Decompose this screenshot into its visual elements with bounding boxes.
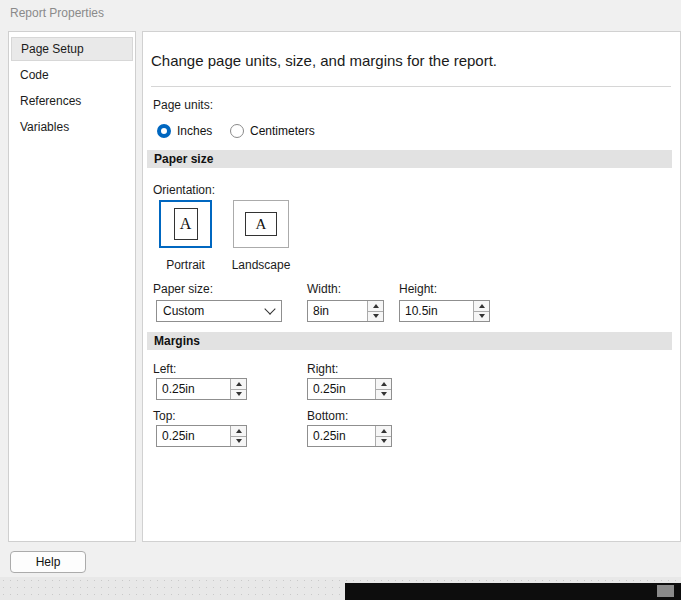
spin-buttons: [375, 426, 391, 446]
arrow-up-icon: [236, 429, 242, 433]
radio-centimeters[interactable]: Centimeters: [230, 124, 315, 138]
left-margin-input[interactable]: [157, 379, 230, 399]
background-dark-bar: [345, 583, 681, 600]
sidebar-item-page-setup[interactable]: Page Setup: [11, 37, 133, 61]
portrait-label: Portrait: [159, 258, 212, 272]
arrow-down-icon: [236, 392, 242, 396]
spin-buttons: [230, 426, 246, 446]
radio-centimeters-label: Centimeters: [250, 124, 315, 138]
right-margin-input[interactable]: [308, 379, 375, 399]
top-margin-input[interactable]: [157, 426, 230, 446]
arrow-up-icon: [373, 304, 379, 308]
spin-down-button[interactable]: [231, 437, 246, 447]
spin-up-button[interactable]: [368, 301, 383, 312]
spin-down-button[interactable]: [474, 312, 489, 322]
help-button[interactable]: Help: [10, 551, 86, 573]
header-divider: [151, 86, 671, 87]
dialog-title: Report Properties: [10, 6, 104, 20]
landscape-button[interactable]: A: [233, 200, 289, 248]
left-margin-spinner[interactable]: [156, 378, 247, 400]
sidebar-item-code[interactable]: Code: [11, 63, 133, 87]
landscape-label: Landscape: [231, 258, 291, 272]
spin-buttons: [367, 301, 383, 321]
paper-size-dropdown[interactable]: Custom: [156, 300, 282, 322]
width-spinner[interactable]: [307, 300, 384, 322]
radio-inches-label: Inches: [177, 124, 212, 138]
arrow-down-icon: [236, 439, 242, 443]
arrow-up-icon: [381, 429, 387, 433]
sidebar: Page Setup Code References Variables: [8, 31, 136, 542]
page-description: Change page units, size, and margins for…: [151, 52, 497, 69]
radio-inches[interactable]: Inches: [157, 124, 212, 138]
paper-size-section-header: Paper size: [147, 150, 672, 168]
top-margin-spinner[interactable]: [156, 425, 247, 447]
paper-size-label: Paper size:: [153, 282, 213, 296]
radio-selected-icon[interactable]: [157, 124, 171, 138]
spin-up-button[interactable]: [474, 301, 489, 312]
arrow-down-icon: [373, 314, 379, 318]
spin-buttons: [473, 301, 489, 321]
spin-down-button[interactable]: [376, 390, 391, 400]
scrollbar-thumb[interactable]: [657, 585, 674, 597]
portrait-icon-letter: A: [180, 215, 192, 233]
bottom-margin-input[interactable]: [308, 426, 375, 446]
top-margin-label: Top:: [153, 409, 176, 423]
sidebar-item-references[interactable]: References: [11, 89, 133, 113]
height-spinner[interactable]: [399, 300, 490, 322]
spin-down-button[interactable]: [231, 390, 246, 400]
orientation-label: Orientation:: [153, 183, 215, 197]
left-margin-label: Left:: [153, 362, 176, 376]
portrait-page-icon: A: [174, 208, 198, 240]
margins-section-header: Margins: [147, 332, 672, 350]
sidebar-item-variables[interactable]: Variables: [11, 115, 133, 139]
height-input[interactable]: [400, 301, 473, 321]
portrait-button[interactable]: A: [159, 200, 212, 248]
bottom-margin-spinner[interactable]: [307, 425, 392, 447]
arrow-down-icon: [479, 314, 485, 318]
spin-buttons: [375, 379, 391, 399]
right-margin-label: Right:: [307, 362, 338, 376]
paper-size-value: Custom: [163, 304, 204, 318]
right-margin-spinner[interactable]: [307, 378, 392, 400]
bottom-margin-label: Bottom:: [307, 409, 348, 423]
spin-down-button[interactable]: [376, 437, 391, 447]
main-panel: Change page units, size, and margins for…: [142, 31, 681, 542]
landscape-page-icon: A: [245, 212, 277, 236]
spin-up-button[interactable]: [376, 379, 391, 390]
arrow-up-icon: [479, 304, 485, 308]
page-units-label: Page units:: [153, 98, 213, 112]
arrow-down-icon: [381, 392, 387, 396]
spin-buttons: [230, 379, 246, 399]
radio-unselected-icon[interactable]: [230, 124, 244, 138]
arrow-up-icon: [236, 382, 242, 386]
arrow-down-icon: [381, 439, 387, 443]
width-label: Width:: [307, 282, 341, 296]
landscape-icon-letter: A: [256, 216, 267, 233]
spin-up-button[interactable]: [231, 426, 246, 437]
width-input[interactable]: [308, 301, 367, 321]
arrow-up-icon: [381, 382, 387, 386]
spin-down-button[interactable]: [368, 312, 383, 322]
chevron-down-icon: [264, 303, 275, 314]
spin-up-button[interactable]: [231, 379, 246, 390]
spin-up-button[interactable]: [376, 426, 391, 437]
height-label: Height:: [399, 282, 437, 296]
